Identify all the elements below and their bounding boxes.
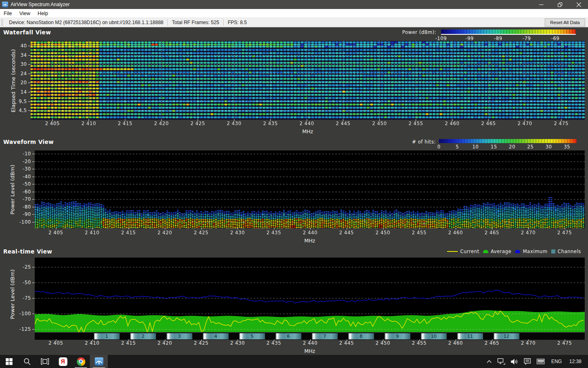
menu-item-view[interactable]: View — [16, 9, 34, 18]
y-tick-mark — [32, 283, 34, 283]
search-icon[interactable] — [18, 355, 36, 368]
y-tick-mark — [28, 92, 30, 92]
x-tick-label: 2 405 — [49, 340, 63, 346]
x-tick-mark — [456, 339, 456, 341]
x-tick-mark — [528, 339, 529, 341]
channel-block-10: 10 — [421, 333, 447, 339]
legend-swatch-channels — [551, 249, 555, 254]
x-tick-mark — [379, 119, 380, 121]
x-tick-label: 2 405 — [45, 121, 60, 126]
task-view-button[interactable] — [36, 355, 54, 368]
colorbar-tick: -99 — [466, 36, 474, 41]
airview-logo — [95, 357, 103, 366]
x-tick-mark — [198, 119, 198, 121]
power-colorbar — [441, 29, 576, 35]
y-tick-label: 40 — [7, 43, 27, 49]
x-tick-mark — [129, 228, 129, 229]
x-tick-mark — [525, 119, 525, 121]
y-tick-label: 20 — [7, 80, 27, 85]
x-tick-label: 2 435 — [267, 230, 281, 236]
close-button[interactable] — [569, 0, 588, 9]
y-tick-label: -100 — [11, 219, 31, 225]
x-tick-label: 2 410 — [81, 121, 96, 126]
x-tick-label: 2 460 — [445, 121, 459, 126]
app-icon — [2, 2, 8, 7]
realtime-plot — [35, 258, 585, 332]
x-tick-mark — [310, 228, 311, 229]
y-tick-mark — [28, 55, 30, 56]
x-tick-label: 2 470 — [521, 230, 536, 236]
y-tick-label: -25 — [11, 264, 31, 270]
channel-block-4: 4 — [203, 333, 229, 339]
clock[interactable]: 12:38 — [566, 359, 588, 364]
menu-item-file[interactable]: File — [0, 9, 16, 18]
y-tick-mark — [32, 184, 34, 184]
x-tick-label: 2 420 — [158, 230, 172, 236]
channel-block-8: 8 — [348, 333, 374, 339]
x-tick-mark — [416, 119, 416, 121]
colorbar-tick: -79 — [523, 36, 531, 41]
start-button[interactable] — [0, 355, 18, 368]
x-tick-mark — [307, 119, 307, 121]
legend-swatch-maximum — [515, 250, 520, 253]
channel-block-1: 1 — [94, 333, 120, 339]
volume-icon[interactable] — [508, 355, 521, 368]
x-tick-label: 2 455 — [412, 340, 427, 346]
fps-status: FPS: 8.5 — [224, 20, 251, 25]
y-tick-mark — [32, 214, 34, 215]
realtime-legend: CurrentAverageMaximumChannels — [447, 249, 581, 254]
x-tick-label: 2 475 — [557, 340, 572, 346]
language-indicator[interactable]: ENG — [548, 359, 566, 364]
x-tick-label: 2 475 — [554, 121, 568, 126]
x-tick-mark — [274, 228, 274, 229]
y-tick-label: -20 — [11, 159, 31, 164]
waveform-plot — [35, 150, 585, 228]
x-tick-mark — [238, 228, 238, 229]
y-tick-mark — [32, 199, 34, 200]
x-tick-label: 2 415 — [121, 230, 136, 236]
x-tick-label: 2 465 — [485, 230, 499, 236]
x-tick-mark — [347, 339, 347, 341]
realtime-ylabel: Power Level (dBm) — [9, 262, 16, 327]
y-tick-mark — [32, 298, 34, 298]
channel-block-9: 9 — [385, 333, 410, 339]
reset-all-data-button[interactable]: Reset All Data — [545, 18, 585, 27]
waveform-title: Waveform View — [3, 139, 54, 145]
channel-block-5: 5 — [239, 333, 265, 339]
hits-colorbar-label: # of hits: — [402, 139, 436, 145]
touch-keyboard-icon[interactable] — [534, 355, 548, 368]
network-icon[interactable] — [494, 355, 508, 368]
restore-button[interactable] — [550, 0, 569, 9]
taskbar: Я ENG 12:38 — [0, 355, 588, 368]
realtime-title: Real-time View — [3, 248, 52, 255]
yandex-browser-icon[interactable]: Я — [54, 355, 72, 368]
menu-item-help[interactable]: Help — [34, 9, 52, 18]
y-tick-label: 4,5 — [7, 108, 27, 113]
x-tick-label: 2 430 — [227, 121, 241, 126]
channel-block-12: 12 — [494, 333, 519, 339]
airview-taskbar-icon[interactable] — [90, 355, 108, 368]
x-tick-mark — [92, 339, 93, 341]
x-tick-mark — [270, 119, 271, 121]
x-tick-mark — [383, 339, 383, 341]
action-center-icon[interactable] — [521, 355, 534, 368]
x-tick-label: 2 405 — [49, 230, 63, 236]
legend-item-average: Average — [483, 249, 512, 254]
chrome-icon[interactable] — [72, 355, 90, 368]
x-tick-label: 2 450 — [372, 121, 387, 126]
y-tick-label: -50 — [11, 181, 31, 187]
y-tick-label: -50 — [11, 280, 31, 285]
y-tick-label: -80 — [11, 204, 31, 210]
x-tick-mark — [561, 119, 561, 121]
colorbar-tick: 5 — [456, 144, 459, 150]
x-tick-label: 2 415 — [121, 340, 136, 346]
x-tick-mark — [347, 228, 347, 229]
titlebar: AirView Spectrum Analyzer — [0, 0, 588, 9]
chrome-logo — [77, 357, 85, 366]
statusbar: Device: NanoStation M2 (68725138D16C) on… — [0, 18, 588, 27]
colorbar-tick: 15 — [491, 144, 497, 150]
minimize-button[interactable] — [532, 0, 550, 9]
hidden-icons-chevron[interactable] — [484, 355, 494, 368]
x-tick-label: 2 470 — [517, 121, 532, 126]
y-tick-label: -60 — [11, 189, 31, 195]
